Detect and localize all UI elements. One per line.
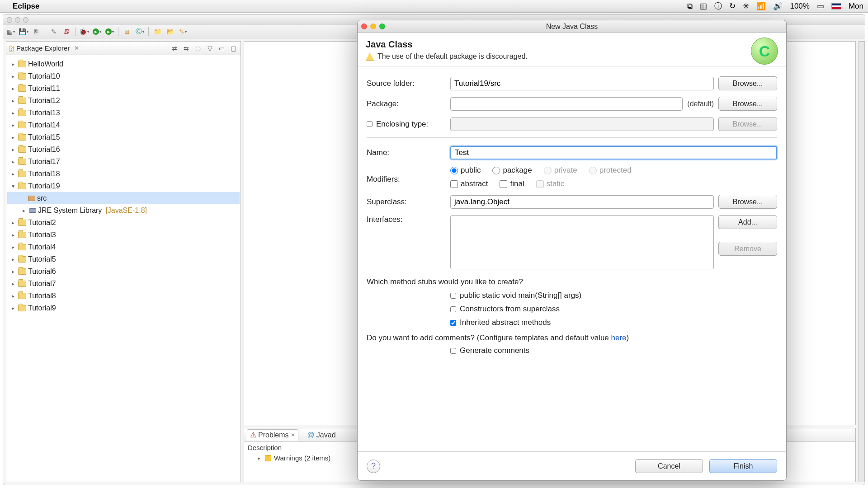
window-close-dot[interactable] [7, 17, 12, 23]
display-icon[interactable]: ▥ [700, 1, 707, 11]
tab-problems[interactable]: ⚠ Problems ✕ [247, 429, 298, 441]
run-button[interactable]: ▶▾ [92, 27, 102, 37]
project-item[interactable]: ▸Tutorial14 [7, 119, 240, 131]
dialog-close-button[interactable] [361, 23, 367, 29]
dialog-zoom-button[interactable] [379, 23, 385, 29]
wand-icon[interactable]: ✎ [49, 27, 59, 37]
project-item[interactable]: ▸Tutorial10 [7, 70, 240, 82]
maximize-icon[interactable]: ▢ [229, 44, 238, 53]
disclosure-icon[interactable]: ▸ [10, 134, 16, 141]
app-menu[interactable]: Eclipse [13, 2, 40, 11]
link-editor-icon[interactable]: ⇆ [182, 44, 191, 53]
close-icon[interactable]: ✕ [74, 45, 79, 52]
disclosure-icon[interactable]: ▸ [10, 98, 16, 104]
name-input[interactable] [450, 146, 777, 160]
run-last-button[interactable]: ▶▾ [104, 27, 114, 37]
finish-button[interactable]: Finish [709, 459, 777, 473]
stub-inherited-checkbox[interactable]: Inherited abstract methods [450, 318, 777, 327]
minimize-icon[interactable]: ▭ [217, 44, 226, 53]
disclosure-icon[interactable]: ▸ [10, 171, 16, 177]
disclosure-icon[interactable]: ▸ [10, 256, 16, 263]
project-item[interactable]: ▸Tutorial18 [7, 168, 240, 180]
help-button[interactable]: ? [367, 460, 380, 473]
project-item[interactable]: ▸Tutorial16 [7, 143, 240, 155]
project-item[interactable]: ▸HelloWorld [7, 58, 240, 70]
new-package-button[interactable]: ⊞ [122, 27, 132, 37]
project-item[interactable]: ▸Tutorial13 [7, 107, 240, 119]
view-menu-icon[interactable]: ▽ [205, 44, 214, 53]
enclosing-type-checkbox[interactable] [367, 121, 373, 127]
disclosure-icon[interactable]: ▸ [10, 159, 16, 165]
package-input[interactable] [450, 97, 683, 111]
project-item[interactable]: ▸Tutorial2 [7, 216, 240, 229]
project-item[interactable]: ▸Tutorial12 [7, 94, 240, 107]
wifi-icon[interactable]: 📶 [756, 1, 766, 11]
interfaces-list[interactable] [450, 215, 714, 269]
disclosure-icon[interactable]: ▸ [10, 146, 16, 153]
project-item[interactable]: ▸Tutorial8 [7, 290, 240, 302]
disclosure-icon[interactable]: ▸ [10, 293, 16, 299]
volume-icon[interactable]: 🔊 [773, 1, 783, 11]
disclosure-icon[interactable]: ▸ [10, 305, 16, 311]
open-task-button[interactable]: 📂 [165, 27, 175, 37]
disclosure-icon[interactable]: ▸ [21, 207, 27, 214]
battery-percent[interactable]: 100% [790, 2, 809, 11]
browse-package-button[interactable]: Browse... [718, 97, 777, 111]
timemachine-icon[interactable]: ↻ [729, 1, 736, 11]
project-item[interactable]: ▸Tutorial17 [7, 155, 240, 168]
modifier-package-radio[interactable]: package [492, 166, 532, 175]
browse-source-folder-button[interactable]: Browse... [718, 76, 777, 90]
open-type-button[interactable]: 📁 [152, 27, 162, 37]
collapse-all-icon[interactable]: ⇄ [170, 44, 179, 53]
project-item[interactable]: ▸Tutorial5 [7, 253, 240, 265]
save-all-button[interactable]: ⎘ [31, 27, 41, 37]
disclosure-icon[interactable]: ▸ [10, 220, 16, 226]
project-tree[interactable]: ▸HelloWorld▸Tutorial10▸Tutorial11▸Tutori… [6, 55, 241, 317]
disclosure-icon[interactable]: ▾ [10, 183, 16, 189]
battery-icon[interactable]: ▭ [817, 1, 824, 11]
skip-breakpoints-icon[interactable]: ⅅ [61, 27, 71, 37]
disclosure-icon[interactable]: ▸ [10, 61, 16, 67]
project-item[interactable]: ▸Tutorial9 [7, 302, 240, 314]
generate-comments-checkbox[interactable]: Generate comments [450, 346, 777, 355]
modifier-public-radio[interactable]: public [450, 166, 481, 175]
project-item[interactable]: ▸Tutorial4 [7, 241, 240, 253]
disclosure-icon[interactable]: ▸ [10, 268, 16, 275]
configure-templates-link[interactable]: here [611, 333, 627, 342]
debug-button[interactable]: 🐞▾ [79, 27, 89, 37]
project-item[interactable]: ▸Tutorial3 [7, 229, 240, 241]
input-flag-icon[interactable] [831, 3, 841, 9]
disclosure-icon[interactable]: ▸ [10, 244, 16, 250]
add-interface-button[interactable]: Add... [718, 215, 777, 229]
new-type-button[interactable]: Ⓒ▾ [135, 27, 145, 37]
window-min-dot[interactable] [15, 17, 20, 23]
disclosure-icon[interactable]: ▸ [10, 73, 16, 80]
stub-main-checkbox[interactable]: public static void main(String[] args) [450, 291, 777, 300]
browse-superclass-button[interactable]: Browse... [718, 195, 777, 209]
close-icon[interactable]: ✕ [291, 432, 295, 438]
source-folder-input[interactable] [450, 77, 714, 90]
dialog-minimize-button[interactable] [370, 23, 376, 29]
new-button[interactable]: ▦▾ [6, 27, 16, 37]
project-item[interactable]: ▸Tutorial7 [7, 277, 240, 290]
disclosure-icon[interactable]: ▸ [10, 232, 16, 238]
cancel-button[interactable]: Cancel [635, 459, 703, 473]
superclass-input[interactable] [450, 195, 714, 209]
stub-constructors-checkbox[interactable]: Constructors from superclass [450, 305, 777, 314]
project-item[interactable]: ▸Tutorial11 [7, 82, 240, 94]
sync-icon[interactable]: ✳ [743, 1, 749, 11]
disclosure-icon[interactable]: ▸ [10, 122, 16, 128]
disclosure-icon[interactable]: ▸ [10, 110, 16, 116]
screenrec-icon[interactable]: ⧉ [687, 2, 693, 11]
project-item[interactable]: ▾Tutorial19 [7, 180, 240, 192]
perspective-switcher[interactable] [859, 41, 865, 482]
tab-javadoc[interactable]: @ Javad [305, 430, 339, 440]
focus-icon[interactable]: ◌ [193, 44, 203, 53]
save-button[interactable]: 💾▾ [19, 27, 28, 37]
dialog-titlebar[interactable]: New Java Class [358, 20, 786, 33]
window-zoom-dot[interactable] [23, 17, 28, 23]
modifier-abstract-checkbox[interactable]: abstract [450, 179, 488, 188]
disclosure-icon[interactable]: ▸ [256, 455, 262, 461]
search-button[interactable]: ✎▾ [178, 27, 188, 37]
disclosure-icon[interactable]: ▸ [10, 281, 16, 287]
